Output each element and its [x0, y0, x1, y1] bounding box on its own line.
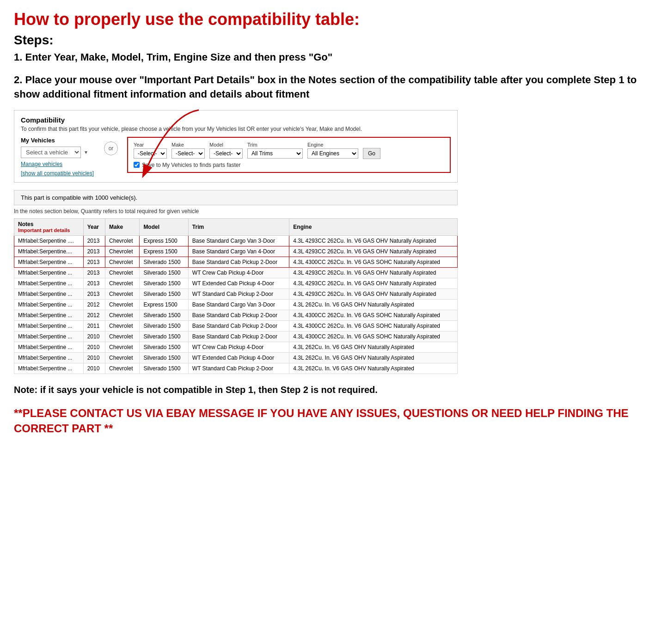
table-cell-12-5: 4.3L 262Cu. In. V6 GAS OHV Naturally Asp…	[289, 363, 458, 374]
table-cell-0-0: Mfrlabel:Serpentine ....	[14, 235, 84, 246]
step2-text: 2. Place your mouse over "Important Part…	[14, 73, 654, 102]
compatibility-table: Notes Important part details Year Make M…	[14, 218, 458, 374]
year-select[interactable]: -Select-	[134, 148, 167, 159]
table-cell-8-2: Chevrolet	[105, 320, 140, 331]
make-select[interactable]: -Select-	[172, 148, 205, 159]
table-cell-11-4: WT Extended Cab Pickup 4-Door	[188, 352, 289, 363]
show-all-link[interactable]: [show all compatible vehicles]	[21, 170, 95, 177]
table-cell-8-4: Base Standard Cab Pickup 2-Door	[188, 320, 289, 331]
table-cell-6-4: Base Standard Cargo Van 3-Door	[188, 299, 289, 310]
col-header-make: Make	[105, 218, 140, 235]
table-row: Mfrlabel:Serpentine ...2013ChevroletSilv…	[14, 288, 458, 299]
model-select[interactable]: -Select-	[209, 148, 243, 159]
table-cell-5-0: Mfrlabel:Serpentine ...	[14, 288, 84, 299]
engine-select[interactable]: All Engines	[307, 148, 358, 159]
table-row: Mfrlabel:Serpentine ...2010ChevroletSilv…	[14, 363, 458, 374]
trim-field: Trim All Trims	[247, 142, 303, 159]
table-cell-6-1: 2012	[83, 299, 105, 310]
table-cell-2-5: 4.3L 4300CC 262Cu. In. V6 GAS SOHC Natur…	[289, 257, 458, 267]
make-field: Make -Select-	[172, 142, 205, 159]
or-circle: or	[104, 141, 118, 155]
table-row: Mfrlabel:Serpentine ...2011ChevroletSilv…	[14, 320, 458, 331]
notes-msg: In the notes section below, Quantity ref…	[14, 208, 458, 215]
manage-vehicles-link[interactable]: Manage vehicles	[21, 161, 95, 167]
table-cell-1-0: Mfrlabel:Serpentine....	[14, 246, 84, 257]
compatibility-box: Compatibility To confirm that this part …	[14, 110, 458, 183]
save-checkbox[interactable]	[134, 162, 140, 168]
table-cell-2-4: Base Standard Cab Pickup 2-Door	[188, 257, 289, 267]
table-cell-9-1: 2010	[83, 331, 105, 342]
table-row: Mfrlabel:Serpentine ...2012ChevroletSilv…	[14, 310, 458, 320]
compat-subtitle: To confirm that this part fits your vehi…	[21, 126, 451, 132]
table-row: Mfrlabel:Serpentine ...2010ChevroletSilv…	[14, 352, 458, 363]
table-cell-7-3: Silverado 1500	[140, 310, 188, 320]
table-row: Mfrlabel:Serpentine ...2010ChevroletSilv…	[14, 331, 458, 342]
table-cell-3-1: 2013	[83, 267, 105, 278]
col-header-notes: Notes Important part details	[14, 218, 84, 235]
col-header-engine: Engine	[289, 218, 458, 235]
trim-select[interactable]: All Trims	[247, 148, 303, 159]
table-row: Mfrlabel:Serpentine ....2013ChevroletExp…	[14, 235, 458, 246]
table-cell-9-4: Base Standard Cab Pickup 2-Door	[188, 331, 289, 342]
table-cell-11-1: 2010	[83, 352, 105, 363]
table-cell-0-1: 2013	[83, 235, 105, 246]
table-cell-1-5: 4.3L 4293CC 262Cu. In. V6 GAS OHV Natura…	[289, 246, 458, 257]
table-cell-12-0: Mfrlabel:Serpentine ...	[14, 363, 84, 374]
go-button[interactable]: Go	[363, 148, 380, 159]
important-part-details-link[interactable]: Important part details	[18, 227, 80, 233]
table-cell-10-4: WT Crew Cab Pickup 4-Door	[188, 342, 289, 352]
model-label: Model	[209, 142, 243, 147]
table-cell-7-4: Base Standard Cab Pickup 2-Door	[188, 310, 289, 320]
compat-title: Compatibility	[21, 116, 451, 124]
table-cell-5-3: Silverado 1500	[140, 288, 188, 299]
col-header-trim: Trim	[188, 218, 289, 235]
compatibility-section: Compatibility To confirm that this part …	[14, 110, 654, 374]
table-cell-0-4: Base Standard Cargo Van 3-Door	[188, 235, 289, 246]
table-cell-11-2: Chevrolet	[105, 352, 140, 363]
table-cell-9-5: 4.3L 4300CC 262Cu. In. V6 GAS SOHC Natur…	[289, 331, 458, 342]
step1-text: 1. Enter Year, Make, Model, Trim, Engine…	[14, 50, 654, 65]
table-cell-4-2: Chevrolet	[105, 278, 140, 288]
table-cell-0-3: Express 1500	[140, 235, 188, 246]
engine-field: Engine All Engines	[307, 142, 358, 159]
vehicle-form-box: Year -Select- Make -Select- Model	[127, 137, 451, 173]
note-text: Note: if it says your vehicle is not com…	[14, 383, 654, 396]
table-cell-9-2: Chevrolet	[105, 331, 140, 342]
year-field: Year -Select-	[134, 142, 167, 159]
table-cell-9-0: Mfrlabel:Serpentine ...	[14, 331, 84, 342]
table-cell-12-3: Silverado 1500	[140, 363, 188, 374]
table-cell-6-0: Mfrlabel:Serpentine ...	[14, 299, 84, 310]
trim-label: Trim	[247, 142, 303, 147]
table-cell-6-5: 4.3L 262Cu. In. V6 GAS OHV Naturally Asp…	[289, 299, 458, 310]
table-cell-11-3: Silverado 1500	[140, 352, 188, 363]
table-cell-1-1: 2013	[83, 246, 105, 257]
select-vehicle-dropdown[interactable]: Select a vehicle	[21, 147, 81, 158]
table-cell-6-2: Chevrolet	[105, 299, 140, 310]
table-cell-1-3: Express 1500	[140, 246, 188, 257]
table-cell-7-2: Chevrolet	[105, 310, 140, 320]
table-cell-10-2: Chevrolet	[105, 342, 140, 352]
dropdown-arrow-icon: ▼	[84, 150, 88, 155]
table-cell-7-5: 4.3L 4300CC 262Cu. In. V6 GAS SOHC Natur…	[289, 310, 458, 320]
table-cell-12-4: WT Standard Cab Pickup 2-Door	[188, 363, 289, 374]
table-cell-4-5: 4.3L 4293CC 262Cu. In. V6 GAS OHV Natura…	[289, 278, 458, 288]
table-cell-11-5: 4.3L 262Cu. In. V6 GAS OHV Naturally Asp…	[289, 352, 458, 363]
table-row: Mfrlabel:Serpentine....2013ChevroletExpr…	[14, 246, 458, 257]
table-cell-2-1: 2013	[83, 257, 105, 267]
table-cell-8-5: 4.3L 4300CC 262Cu. In. V6 GAS SOHC Natur…	[289, 320, 458, 331]
table-cell-4-4: WT Extended Cab Pickup 4-Door	[188, 278, 289, 288]
table-cell-0-2: Chevrolet	[105, 235, 140, 246]
table-cell-6-3: Express 1500	[140, 299, 188, 310]
contact-text: **PLEASE CONTACT US VIA EBAY MESSAGE IF …	[14, 405, 654, 436]
table-cell-10-0: Mfrlabel:Serpentine ...	[14, 342, 84, 352]
my-vehicles-section: My Vehicles Select a vehicle ▼ Manage ve…	[21, 137, 95, 177]
save-label: Save to My Vehicles to finds parts faste…	[142, 162, 240, 168]
table-cell-10-1: 2010	[83, 342, 105, 352]
table-cell-7-1: 2012	[83, 310, 105, 320]
table-cell-10-5: 4.3L 262Cu. In. V6 GAS OHV Naturally Asp…	[289, 342, 458, 352]
table-cell-4-3: Silverado 1500	[140, 278, 188, 288]
table-cell-3-4: WT Crew Cab Pickup 4-Door	[188, 267, 289, 278]
table-cell-1-2: Chevrolet	[105, 246, 140, 257]
steps-title: Steps:	[14, 33, 654, 48]
col-header-model: Model	[140, 218, 188, 235]
